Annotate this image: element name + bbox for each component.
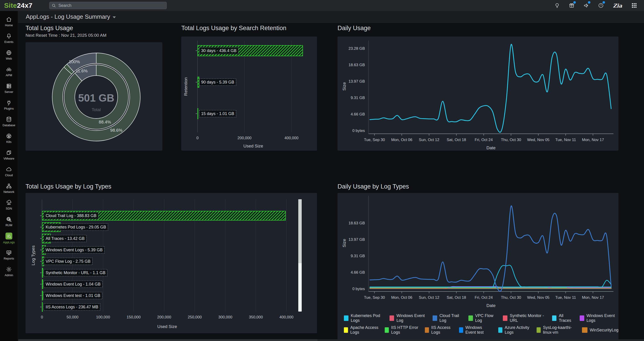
site24x7-logo[interactable]: Site24x7 (4, 2, 32, 9)
sidebar-item-rum[interactable]: RUM (0, 213, 18, 230)
svg-text:15 days - 1.01 GB: 15 days - 1.01 GB (201, 111, 234, 116)
svg-text:Size: Size (342, 82, 347, 91)
gear-icon (6, 266, 12, 272)
svg-text:0: 0 (41, 315, 43, 319)
notification-dot (588, 1, 590, 4)
announcements-megaphone-icon[interactable] (582, 2, 590, 9)
legend-item[interactable]: SysLog-kaarthi-linux-vm (536, 325, 576, 335)
svg-text:Tue, Sep 30: Tue, Sep 30 (364, 295, 385, 300)
page-header: AppLogs - Log Usage Summary (18, 11, 644, 23)
sidebar-item-home[interactable]: Home (0, 13, 18, 30)
legend-item[interactable]: Windows Event Logs (580, 313, 618, 323)
legend-item[interactable]: Azure Activity Logs (498, 325, 531, 335)
sidebar-item-apm[interactable]: APM (0, 63, 18, 80)
svg-text:Used Size: Used Size (243, 144, 263, 148)
legend-item[interactable]: Windows Event Log (390, 313, 427, 323)
legend-item[interactable]: IIS Access Logs (425, 325, 453, 335)
sidebar-item-admin[interactable]: Admin (0, 263, 18, 280)
scrollbar-thumb[interactable] (298, 199, 302, 263)
daily-usage-panel: 0 bytes4.66 GB9.31 GB13.97 GB18.63 GB23.… (338, 37, 618, 151)
daily-by-type-line-chart: 0 bytes4.66 GB9.31 GB13.97 GB18.63 GBTue… (338, 193, 618, 309)
svg-text:Tue, Sep 30: Tue, Sep 30 (364, 138, 385, 142)
legend-item[interactable]: All Traces (552, 313, 574, 323)
chart-scrollbar[interactable] (298, 199, 302, 311)
next-reset-time: Next Reset Time : Nov 21, 2025 05:00 AM (26, 33, 106, 38)
legend-item[interactable]: VPC Flow Log (468, 313, 497, 323)
svg-text:200,000: 200,000 (157, 315, 171, 319)
legend-item[interactable]: IIS HTTP Error Logs (385, 325, 419, 335)
legend-item[interactable]: Synthetic Monitor - URL (503, 313, 546, 323)
legend-swatch (580, 315, 584, 321)
legend-row: Apache Access Logs IIS HTTP Error Logs I… (344, 325, 618, 335)
home-icon (6, 17, 12, 22)
dashboard-content: Total Logs Usage Next Reset Time : Nov 2… (18, 23, 644, 341)
log-types-panel: 050,000100,000150,000200,000250,000300,0… (26, 193, 317, 333)
svg-text:Windows Event Logs - 5.39 GB: Windows Event Logs - 5.39 GB (46, 248, 102, 252)
legend-swatch (344, 315, 348, 321)
total-logs-usage-donut-chart: 100%11.6%88.4%98.6%501 GBTotal (26, 42, 162, 151)
zia-assistant-icon[interactable]: Zia (612, 2, 624, 9)
svg-text:Date: Date (486, 303, 496, 308)
sidebar-item-vmware[interactable]: VMware (0, 147, 18, 163)
sidebar-item-web[interactable]: Web (0, 47, 18, 63)
notification-dot (602, 1, 605, 4)
legend-swatch (344, 327, 348, 333)
sidebar-item-database[interactable]: Database (0, 113, 18, 130)
svg-text:150,000: 150,000 (126, 315, 140, 319)
svg-text:Mon, Oct 06: Mon, Oct 06 (391, 138, 412, 142)
whats-new-gift-icon[interactable] (568, 2, 576, 9)
svg-text:Synthetic Monitor - URL - 1.1: Synthetic Monitor - URL - 1.1 GB (46, 270, 105, 275)
sidebar-item-k8s[interactable]: K8s (0, 130, 18, 147)
svg-text:30 days - 436.4 GB: 30 days - 436.4 GB (201, 48, 236, 53)
legend-item[interactable]: Cloud Trail Log (432, 313, 462, 323)
legend-item[interactable]: Kubernetes Pod Logs (344, 313, 384, 323)
svg-text:Cloud Trail Log - 388.83 GB: Cloud Trail Log - 388.83 GB (46, 213, 96, 218)
dashboard-title-dropdown[interactable]: AppLogs - Log Usage Summary (26, 13, 116, 20)
page-title: AppLogs - Log Usage Summary (26, 13, 110, 20)
widget-title-daily-by-type: Daily Usage by Log Types (338, 183, 409, 190)
svg-text:200,000: 200,000 (238, 136, 251, 140)
scrolled-content-strip (18, 339, 318, 341)
svg-text:Wed, Nov 05: Wed, Nov 05 (527, 138, 550, 142)
retention-bar-chart: 0200,000400,000Used SizeRetention30 days… (181, 37, 317, 151)
search-input[interactable] (58, 3, 164, 8)
svg-text:Windows Event Log - 1.04 GB: Windows Event Log - 1.04 GB (46, 282, 100, 286)
sidebar-item-sdn[interactable]: SDN (0, 197, 18, 213)
svg-text:501 GB: 501 GB (78, 92, 114, 104)
svg-text:Log Types: Log Types (31, 245, 36, 265)
tips-bulb-icon[interactable] (553, 2, 561, 9)
legend-swatch (536, 327, 541, 333)
daily-usage-line-chart: 0 bytes4.66 GB9.31 GB13.97 GB18.63 GB23.… (338, 37, 618, 151)
logo-site-text: Site (4, 2, 17, 9)
svg-text:VPC Flow Log - 2.75 GB: VPC Flow Log - 2.75 GB (46, 259, 90, 264)
sidebar-item-cloud[interactable]: Cloud (0, 163, 18, 180)
help-icon[interactable]: ? (597, 2, 605, 9)
server-icon (6, 83, 12, 89)
sidebar-item-events[interactable]: Events (0, 30, 18, 47)
sidebar-item-plugins[interactable]: Plugins (0, 97, 18, 113)
svg-text:13.97 GB: 13.97 GB (348, 237, 365, 242)
apps-grid-icon[interactable] (630, 2, 638, 9)
legend-item[interactable]: WinSecurityLog (582, 327, 618, 333)
sidebar-item-applogs[interactable]: AppLogs (0, 230, 18, 246)
svg-text:Sat, Oct 18: Sat, Oct 18 (447, 295, 466, 300)
scrolled-content-strip (318, 339, 644, 341)
log-types-bar-chart: 050,000100,000150,000200,000250,000300,0… (26, 193, 317, 333)
svg-text:Fri, Oct 24: Fri, Oct 24 (474, 295, 492, 300)
svg-text:4.66 GB: 4.66 GB (351, 270, 365, 275)
sidebar-item-reports[interactable]: Reports (0, 246, 18, 263)
svg-text:Mon, Nov 17: Mon, Nov 17 (582, 138, 604, 142)
globe-icon (6, 50, 12, 56)
svg-text:88.4%: 88.4% (99, 120, 111, 124)
global-search[interactable] (49, 2, 167, 9)
topbar-icons: ? Zia (553, 0, 638, 11)
svg-text:9.31 GB: 9.31 GB (351, 96, 365, 100)
sidebar-item-network[interactable]: Network (0, 180, 18, 197)
total-logs-usage-panel: 100%11.6%88.4%98.6%501 GBTotal (26, 42, 162, 151)
sidebar-item-server[interactable]: Server (0, 80, 18, 97)
legend-swatch (459, 327, 463, 333)
notification-dot (573, 1, 576, 4)
legend-item[interactable]: Apache Access Logs (344, 325, 379, 335)
legend-item[interactable]: Windows Event test (459, 325, 492, 335)
svg-text:Sun, Oct 12: Sun, Oct 12 (419, 138, 440, 142)
